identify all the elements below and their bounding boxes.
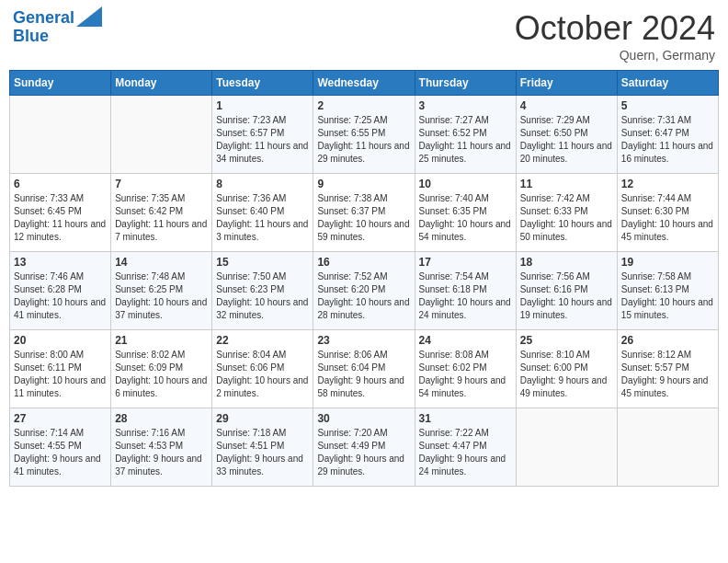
calendar-day-cell: 20Sunrise: 8:00 AM Sunset: 6:11 PM Dayli… <box>10 330 111 408</box>
weekday-header-row: SundayMondayTuesdayWednesdayThursdayFrid… <box>10 71 719 96</box>
calendar-week-row: 13Sunrise: 7:46 AM Sunset: 6:28 PM Dayli… <box>10 252 719 330</box>
calendar-day-cell: 7Sunrise: 7:35 AM Sunset: 6:42 PM Daylig… <box>111 174 212 252</box>
day-number: 6 <box>14 178 107 190</box>
weekday-header-cell: Thursday <box>415 71 516 96</box>
day-info: Sunrise: 8:06 AM Sunset: 6:04 PM Dayligh… <box>317 349 410 400</box>
calendar-week-row: 1Sunrise: 7:23 AM Sunset: 6:57 PM Daylig… <box>10 96 719 174</box>
day-info: Sunrise: 7:38 AM Sunset: 6:37 PM Dayligh… <box>317 192 410 244</box>
calendar-day-cell: 10Sunrise: 7:40 AM Sunset: 6:35 PM Dayli… <box>415 174 516 252</box>
location: Quern, Germany <box>515 48 715 63</box>
calendar-day-cell: 23Sunrise: 8:06 AM Sunset: 6:04 PM Dayli… <box>313 330 415 408</box>
day-info: Sunrise: 7:48 AM Sunset: 6:25 PM Dayligh… <box>115 270 208 322</box>
calendar-day-cell: 15Sunrise: 7:50 AM Sunset: 6:23 PM Dayli… <box>212 252 313 330</box>
calendar-day-cell: 4Sunrise: 7:29 AM Sunset: 6:50 PM Daylig… <box>516 96 617 174</box>
day-info: Sunrise: 7:18 AM Sunset: 4:51 PM Dayligh… <box>216 427 309 478</box>
day-number: 21 <box>115 334 208 347</box>
title-area: October 2024 Quern, Germany <box>515 9 715 63</box>
day-number: 5 <box>621 99 714 112</box>
day-number: 22 <box>216 334 309 347</box>
calendar-day-cell: 18Sunrise: 7:56 AM Sunset: 6:16 PM Dayli… <box>516 252 617 330</box>
calendar-day-cell: 21Sunrise: 8:02 AM Sunset: 6:09 PM Dayli… <box>111 330 212 408</box>
day-number: 26 <box>621 334 714 347</box>
day-info: Sunrise: 7:29 AM Sunset: 6:50 PM Dayligh… <box>520 114 613 166</box>
day-number: 13 <box>14 256 107 269</box>
calendar-day-cell <box>111 96 212 174</box>
calendar-day-cell: 5Sunrise: 7:31 AM Sunset: 6:47 PM Daylig… <box>617 96 718 174</box>
calendar-day-cell <box>617 408 718 487</box>
day-info: Sunrise: 8:00 AM Sunset: 6:11 PM Dayligh… <box>14 349 107 400</box>
day-info: Sunrise: 7:56 AM Sunset: 6:16 PM Dayligh… <box>520 270 613 322</box>
day-number: 23 <box>317 334 410 347</box>
day-number: 18 <box>520 256 613 269</box>
calendar-body: 1Sunrise: 7:23 AM Sunset: 6:57 PM Daylig… <box>10 96 719 487</box>
day-info: Sunrise: 8:12 AM Sunset: 5:57 PM Dayligh… <box>621 349 714 400</box>
day-number: 4 <box>520 99 613 112</box>
calendar-week-row: 27Sunrise: 7:14 AM Sunset: 4:55 PM Dayli… <box>10 408 719 487</box>
day-info: Sunrise: 7:54 AM Sunset: 6:18 PM Dayligh… <box>419 270 512 322</box>
calendar-day-cell: 22Sunrise: 8:04 AM Sunset: 6:06 PM Dayli… <box>212 330 313 408</box>
day-number: 3 <box>419 99 512 112</box>
day-number: 30 <box>317 412 410 425</box>
day-number: 1 <box>216 99 309 112</box>
day-info: Sunrise: 8:02 AM Sunset: 6:09 PM Dayligh… <box>115 349 208 400</box>
day-number: 25 <box>520 334 613 347</box>
day-number: 7 <box>115 178 208 190</box>
day-number: 12 <box>621 178 714 190</box>
calendar-day-cell: 17Sunrise: 7:54 AM Sunset: 6:18 PM Dayli… <box>415 252 516 330</box>
calendar-day-cell: 9Sunrise: 7:38 AM Sunset: 6:37 PM Daylig… <box>313 174 415 252</box>
calendar-day-cell: 26Sunrise: 8:12 AM Sunset: 5:57 PM Dayli… <box>617 330 718 408</box>
weekday-header-cell: Saturday <box>617 71 718 96</box>
day-number: 11 <box>520 178 613 190</box>
logo-icon <box>76 6 102 27</box>
calendar-day-cell: 8Sunrise: 7:36 AM Sunset: 6:40 PM Daylig… <box>212 174 313 252</box>
day-info: Sunrise: 8:04 AM Sunset: 6:06 PM Dayligh… <box>216 349 309 400</box>
day-number: 19 <box>621 256 714 269</box>
day-info: Sunrise: 7:46 AM Sunset: 6:28 PM Dayligh… <box>14 270 107 322</box>
day-info: Sunrise: 8:08 AM Sunset: 6:02 PM Dayligh… <box>419 349 512 400</box>
calendar-day-cell: 19Sunrise: 7:58 AM Sunset: 6:13 PM Dayli… <box>617 252 718 330</box>
day-number: 31 <box>419 412 512 425</box>
day-number: 8 <box>216 178 309 190</box>
day-info: Sunrise: 7:58 AM Sunset: 6:13 PM Dayligh… <box>621 270 714 322</box>
day-number: 14 <box>115 256 208 269</box>
day-info: Sunrise: 7:36 AM Sunset: 6:40 PM Dayligh… <box>216 192 309 244</box>
day-number: 24 <box>419 334 512 347</box>
calendar-day-cell: 2Sunrise: 7:25 AM Sunset: 6:55 PM Daylig… <box>313 96 415 174</box>
calendar-day-cell: 12Sunrise: 7:44 AM Sunset: 6:30 PM Dayli… <box>617 174 718 252</box>
logo-blue-text: Blue <box>13 28 49 46</box>
day-number: 27 <box>14 412 107 425</box>
weekday-header-cell: Sunday <box>10 71 111 96</box>
day-info: Sunrise: 7:16 AM Sunset: 4:53 PM Dayligh… <box>115 427 208 478</box>
day-info: Sunrise: 7:50 AM Sunset: 6:23 PM Dayligh… <box>216 270 309 322</box>
logo-text: General <box>13 9 74 28</box>
day-number: 10 <box>419 178 512 190</box>
month-title: October 2024 <box>515 9 715 48</box>
day-info: Sunrise: 7:23 AM Sunset: 6:57 PM Dayligh… <box>216 114 309 166</box>
day-info: Sunrise: 7:42 AM Sunset: 6:33 PM Dayligh… <box>520 192 613 244</box>
calendar-day-cell: 28Sunrise: 7:16 AM Sunset: 4:53 PM Dayli… <box>111 408 212 487</box>
calendar-day-cell: 31Sunrise: 7:22 AM Sunset: 4:47 PM Dayli… <box>415 408 516 487</box>
calendar-day-cell: 29Sunrise: 7:18 AM Sunset: 4:51 PM Dayli… <box>212 408 313 487</box>
day-info: Sunrise: 8:10 AM Sunset: 6:00 PM Dayligh… <box>520 349 613 400</box>
calendar-day-cell: 30Sunrise: 7:20 AM Sunset: 4:49 PM Dayli… <box>313 408 415 487</box>
weekday-header-cell: Friday <box>516 71 617 96</box>
day-number: 2 <box>317 99 410 112</box>
day-number: 15 <box>216 256 309 269</box>
calendar-day-cell: 1Sunrise: 7:23 AM Sunset: 6:57 PM Daylig… <box>212 96 313 174</box>
calendar-day-cell: 24Sunrise: 8:08 AM Sunset: 6:02 PM Dayli… <box>415 330 516 408</box>
day-number: 29 <box>216 412 309 425</box>
calendar-week-row: 6Sunrise: 7:33 AM Sunset: 6:45 PM Daylig… <box>10 174 719 252</box>
day-number: 17 <box>419 256 512 269</box>
day-info: Sunrise: 7:25 AM Sunset: 6:55 PM Dayligh… <box>317 114 410 166</box>
calendar-day-cell: 13Sunrise: 7:46 AM Sunset: 6:28 PM Dayli… <box>10 252 111 330</box>
day-info: Sunrise: 7:31 AM Sunset: 6:47 PM Dayligh… <box>621 114 714 166</box>
day-info: Sunrise: 7:27 AM Sunset: 6:52 PM Dayligh… <box>419 114 512 166</box>
calendar-day-cell: 27Sunrise: 7:14 AM Sunset: 4:55 PM Dayli… <box>10 408 111 487</box>
day-info: Sunrise: 7:20 AM Sunset: 4:49 PM Dayligh… <box>317 427 410 478</box>
day-info: Sunrise: 7:14 AM Sunset: 4:55 PM Dayligh… <box>14 427 107 478</box>
day-number: 16 <box>317 256 410 269</box>
day-number: 20 <box>14 334 107 347</box>
weekday-header-cell: Monday <box>111 71 212 96</box>
day-info: Sunrise: 7:40 AM Sunset: 6:35 PM Dayligh… <box>419 192 512 244</box>
day-number: 28 <box>115 412 208 425</box>
